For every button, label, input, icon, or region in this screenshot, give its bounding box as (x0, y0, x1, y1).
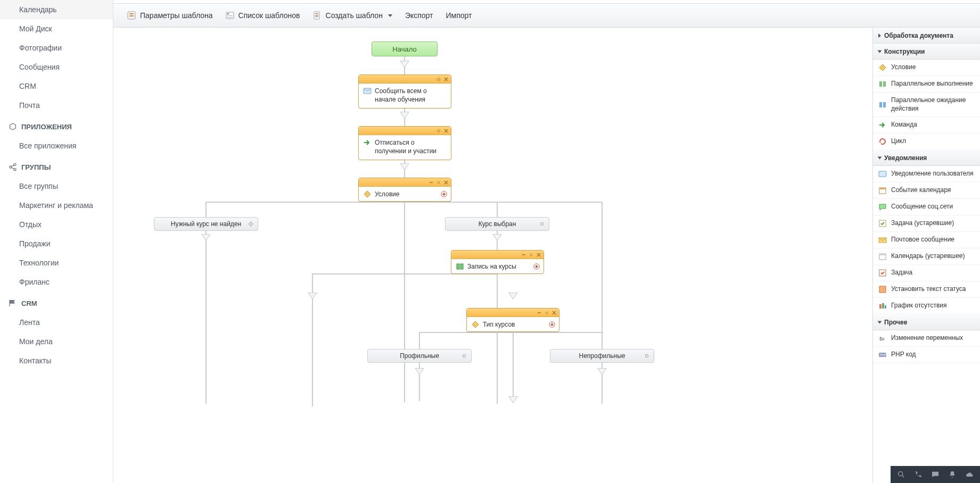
tray-phone-button[interactable] (911, 467, 926, 482)
sidebar-item-crm[interactable]: CRM (0, 77, 113, 96)
gear-icon[interactable] (544, 310, 549, 315)
sidebar-item-mydeals[interactable]: Мои дела (0, 332, 113, 351)
flow-start-node[interactable]: Начало (372, 41, 438, 56)
svg-point-28 (645, 354, 648, 357)
palette-item-parallel[interactable]: Параллельное выполнение (873, 76, 980, 93)
tray-cloud-button[interactable] (962, 467, 977, 482)
sidebar-item-mail[interactable]: Почта (0, 96, 113, 115)
message-icon (363, 87, 372, 95)
close-icon[interactable] (443, 128, 449, 134)
gear-icon[interactable] (247, 220, 254, 228)
minimize-icon[interactable] (429, 180, 434, 185)
svg-point-20 (530, 254, 532, 256)
sidebar-item-all-apps[interactable]: Все приложения (0, 136, 113, 155)
flow-branch-profile[interactable]: Профильные (367, 349, 472, 363)
chevron-down-icon (878, 51, 882, 53)
sidebar-section-label: ПРИЛОЖЕНИЯ (21, 123, 72, 131)
flow-branch-nonprofile[interactable]: Непрофильные (550, 349, 654, 363)
tray-chat-button[interactable] (928, 467, 943, 482)
palette-item-task-old[interactable]: Задача (устаревшие) (873, 215, 980, 232)
sidebar-item-calendar[interactable]: Календарь (0, 0, 113, 19)
palette-item-absence[interactable]: График отсутствия (873, 298, 980, 314)
flow-branch-not-found[interactable]: Нужный курс не найден (154, 217, 258, 231)
flow-node-notify[interactable]: Сообщить всем о начале обучения (358, 74, 451, 109)
create-template-button[interactable]: Создать шаблон (312, 9, 393, 22)
palette-section-other[interactable]: Прочее (873, 314, 980, 330)
palette-item-label: Сообщение соц.сети (891, 203, 953, 211)
gear-icon[interactable] (436, 77, 441, 82)
svg-rect-5 (227, 15, 233, 16)
gear-icon[interactable] (436, 128, 441, 134)
gear-icon[interactable] (436, 180, 441, 185)
export-button[interactable]: Экспорт (404, 9, 434, 22)
sidebar-item-marketing[interactable]: Маркетинг и реклама (0, 196, 113, 215)
palette-section-label: Уведомления (884, 154, 927, 162)
palette-section-label: Обработка документа (884, 32, 953, 39)
sidebar-item-photos[interactable]: Фотографии (0, 38, 113, 57)
svg-rect-33 (879, 171, 886, 177)
sidebar-item-rest[interactable]: Отдых (0, 215, 113, 234)
close-icon[interactable] (536, 252, 541, 257)
palette-item-php[interactable]: PHPPHP код (873, 347, 980, 363)
sidebar-item-feed[interactable]: Лента (0, 313, 113, 332)
template-list-button[interactable]: Список шаблонов (225, 9, 301, 22)
tray-bell-button[interactable] (945, 467, 960, 482)
add-branch-icon[interactable] (533, 263, 540, 270)
minimize-icon[interactable] (521, 252, 526, 257)
branch-label: Непрофильные (579, 352, 625, 360)
gear-icon[interactable] (460, 352, 468, 360)
close-icon[interactable] (443, 180, 449, 185)
add-branch-icon[interactable] (548, 321, 556, 328)
caret-down-icon (388, 14, 392, 17)
template-params-button[interactable]: Параметры шаблона (126, 9, 214, 22)
gear-icon[interactable] (643, 352, 650, 360)
palette-item-command[interactable]: Команда (873, 117, 980, 134)
flow-node-enroll[interactable]: Запись на курсы (451, 250, 544, 274)
sidebar-section-crm[interactable]: CRM (0, 292, 113, 313)
connector-line (513, 332, 514, 401)
flow-canvas[interactable]: Начало Сообщить всем о начале обучения (113, 28, 872, 483)
flow-node-unsubscribe[interactable]: Отписаться о получении и участии (358, 126, 451, 160)
sidebar-item-all-groups[interactable]: Все группы (0, 177, 113, 196)
palette-item-mail[interactable]: Почтовое сообщение (873, 232, 980, 248)
tray-search-button[interactable] (894, 467, 909, 482)
palette-item-vars[interactable]: $xИзменение переменных (873, 330, 980, 347)
sidebar-item-freelance[interactable]: Фриланс (0, 272, 113, 292)
sidebar-item-messages[interactable]: Сообщения (0, 57, 113, 77)
palette-item-calendar-event[interactable]: Событие календаря (873, 182, 980, 199)
sidebar-item-contacts[interactable]: Контакты (0, 351, 113, 370)
flow-node-condition[interactable]: Условие (358, 178, 451, 202)
absence-icon (878, 302, 887, 310)
chat-icon (931, 470, 940, 479)
add-branch-icon[interactable] (440, 190, 448, 198)
gear-icon[interactable] (538, 220, 546, 228)
sidebar-item-mydisk[interactable]: Мой Диск (0, 19, 113, 38)
gear-icon[interactable] (529, 252, 534, 257)
close-icon[interactable] (443, 77, 449, 82)
node-label: Сообщить всем о начале обучения (375, 87, 447, 104)
flow-node-course-type[interactable]: Тип курсов (466, 308, 559, 332)
minimize-icon[interactable] (537, 310, 542, 315)
palette-item-condition[interactable]: Условие (873, 60, 980, 76)
import-button[interactable]: Импорт (444, 9, 473, 22)
palette-item-parallel-wait[interactable]: Параллельное ожидание действия (873, 93, 980, 117)
palette-item-task[interactable]: Задача (873, 265, 980, 281)
palette-item-status[interactable]: Установить текст статуса (873, 281, 980, 298)
sidebar-item-sales[interactable]: Продажи (0, 234, 113, 253)
close-icon[interactable] (551, 310, 557, 315)
flow-branch-selected[interactable]: Курс выбран (445, 217, 549, 231)
sidebar-section-groups[interactable]: ГРУППЫ (0, 155, 113, 177)
condition-icon (878, 63, 887, 72)
palette-item-loop[interactable]: Цикл (873, 134, 980, 150)
sidebar-section-apps[interactable]: ПРИЛОЖЕНИЯ (0, 115, 113, 136)
sidebar-item-tech[interactable]: Технологии (0, 253, 113, 272)
palette-section-constructs[interactable]: Конструкции (873, 44, 980, 60)
palette-section-notifications[interactable]: Уведомления (873, 150, 980, 166)
palette-item-social[interactable]: Сообщение соц.сети (873, 199, 980, 215)
palette-section-doc[interactable]: Обработка документа (873, 28, 980, 44)
node-header (359, 75, 451, 84)
php-icon: PHP (878, 351, 887, 359)
palette-item-user-notify[interactable]: Уведомление пользователя (873, 166, 980, 182)
palette-item-calendar-old[interactable]: Календарь (устаревшее) (873, 248, 980, 265)
cube-icon (9, 122, 17, 131)
